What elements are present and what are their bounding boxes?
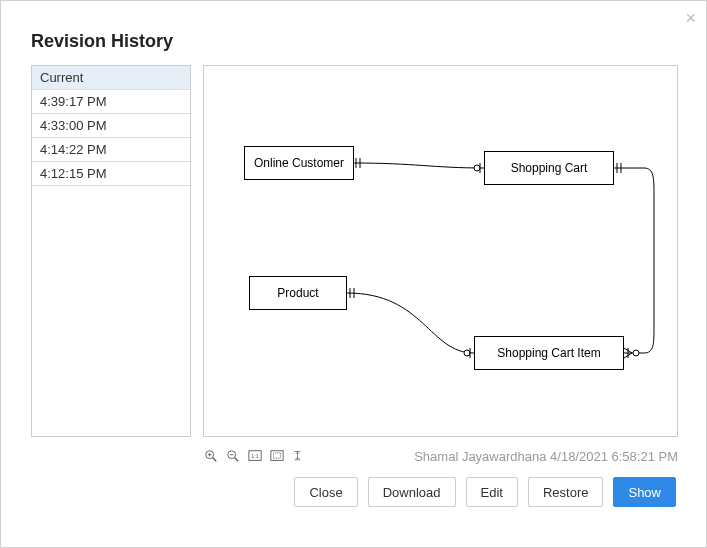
svg-text:1:1: 1:1 [251,453,258,459]
svg-point-0 [474,165,480,171]
svg-rect-12 [271,451,283,461]
diagram-canvas[interactable]: Online Customer Shopping Cart Product Sh… [203,65,678,437]
svg-point-2 [464,350,470,356]
zoom-in-icon[interactable] [203,448,219,464]
revision-item[interactable]: 4:12:15 PM [32,162,190,186]
fit-height-icon[interactable] [291,448,307,464]
download-button[interactable]: Download [368,477,456,507]
dialog-button-row: Close Download Edit Restore Show [294,477,676,507]
zoom-tool-group: 1:1 [203,448,307,464]
close-button[interactable]: Close [294,477,357,507]
restore-button[interactable]: Restore [528,477,604,507]
entity-shopping-cart-item: Shopping Cart Item [474,336,624,370]
revision-item[interactable]: 4:33:00 PM [32,114,190,138]
entity-label: Online Customer [254,156,344,170]
entity-product: Product [249,276,347,310]
revision-timestamp: 4/18/2021 6:58:21 PM [550,449,678,464]
revision-item[interactable]: 4:14:22 PM [32,138,190,162]
revision-meta: Shamal Jayawardhana 4/18/2021 6:58:21 PM [414,449,678,464]
svg-rect-13 [274,453,281,458]
show-button[interactable]: Show [613,477,676,507]
dialog-title: Revision History [31,31,173,52]
entity-label: Product [277,286,318,300]
svg-point-1 [633,350,639,356]
entity-shopping-cart: Shopping Cart [484,151,614,185]
revision-history-dialog: × Revision History Current4:39:17 PM4:33… [0,0,707,548]
fit-page-icon[interactable] [269,448,285,464]
svg-line-4 [213,458,217,462]
zoom-actual-icon[interactable]: 1:1 [247,448,263,464]
entity-label: Shopping Cart Item [497,346,600,360]
entity-label: Shopping Cart [511,161,588,175]
author-name: Shamal Jayawardhana [414,449,546,464]
zoom-out-icon[interactable] [225,448,241,464]
svg-line-8 [235,458,239,462]
revision-item[interactable]: 4:39:17 PM [32,90,190,114]
revision-item[interactable]: Current [32,66,190,90]
close-icon[interactable]: × [685,9,696,27]
entity-online-customer: Online Customer [244,146,354,180]
dialog-content: Current4:39:17 PM4:33:00 PM4:14:22 PM4:1… [31,65,678,437]
canvas-toolbar: 1:1 Shamal Jayawardhana 4/18/2021 6:58:2… [203,445,678,467]
edit-button[interactable]: Edit [466,477,518,507]
revision-list: Current4:39:17 PM4:33:00 PM4:14:22 PM4:1… [31,65,191,437]
